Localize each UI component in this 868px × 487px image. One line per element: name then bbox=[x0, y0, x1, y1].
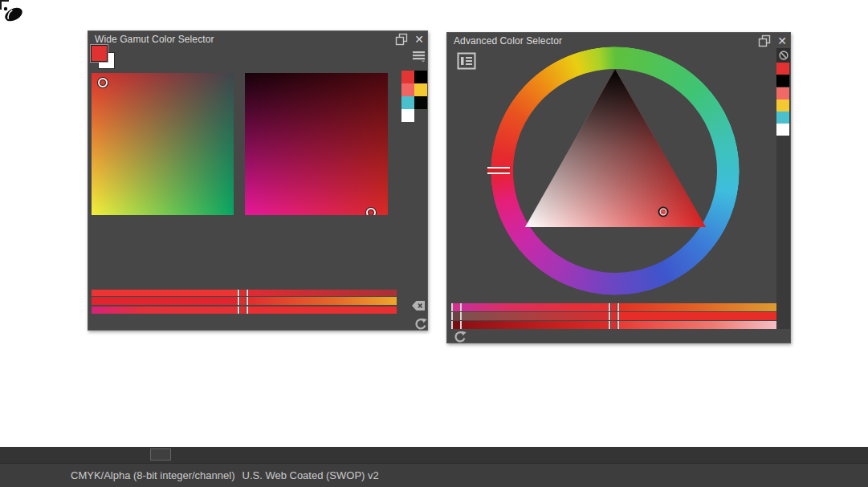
slider-end-swatch[interactable] bbox=[451, 321, 462, 329]
history-swatch[interactable] bbox=[401, 71, 414, 83]
slider-gradient bbox=[462, 321, 609, 329]
color-mode-label: CMYK/Alpha (8-bit integer/channel) bbox=[71, 469, 235, 481]
slider-gradient bbox=[619, 312, 776, 320]
gamut-mask-off-button[interactable] bbox=[776, 48, 790, 63]
slider-marker[interactable] bbox=[609, 312, 619, 320]
slider-gradient bbox=[619, 303, 776, 311]
history-swatch[interactable] bbox=[776, 75, 789, 87]
hue-ring-marker[interactable] bbox=[487, 167, 510, 174]
float-icon bbox=[758, 34, 771, 47]
slider-gradient bbox=[462, 312, 609, 320]
panel-title: Wide Gamut Color Selector bbox=[95, 34, 214, 45]
history-swatch[interactable] bbox=[401, 96, 414, 109]
hamburger-menu-icon bbox=[412, 51, 426, 63]
slider-gradient bbox=[248, 290, 397, 296]
history-swatch[interactable] bbox=[776, 112, 789, 124]
right-toolbar-column bbox=[776, 48, 790, 329]
float-panel-button[interactable] bbox=[758, 34, 771, 47]
color-square-magenta-red[interactable] bbox=[245, 73, 388, 215]
update-shades-button[interactable] bbox=[414, 318, 427, 331]
shade-slider-2[interactable] bbox=[451, 312, 776, 320]
slider-gradient bbox=[92, 297, 238, 305]
shade-slider-3[interactable] bbox=[451, 321, 776, 329]
history-swatch[interactable] bbox=[414, 71, 427, 83]
close-panel-button[interactable]: ✕ bbox=[413, 33, 426, 46]
close-panel-button[interactable]: ✕ bbox=[776, 34, 789, 47]
color-square-red-green[interactable] bbox=[92, 73, 234, 215]
shade-slider-2[interactable] bbox=[92, 297, 397, 305]
advanced-color-selector-panel: Advanced Color Selector ✕ bbox=[446, 32, 791, 343]
history-swatch[interactable] bbox=[414, 83, 427, 96]
float-icon bbox=[395, 33, 408, 46]
close-icon: ✕ bbox=[777, 34, 787, 47]
slider-gradient bbox=[619, 321, 776, 329]
docker-menu-button[interactable] bbox=[412, 51, 426, 63]
status-bar: CMYK/Alpha (8-bit integer/channel) U.S. … bbox=[0, 463, 868, 487]
prohibition-icon bbox=[778, 50, 789, 61]
history-swatch[interactable] bbox=[776, 63, 789, 75]
slider-end-swatch[interactable] bbox=[451, 312, 462, 320]
scrollbar-thumb[interactable] bbox=[150, 448, 171, 461]
shade-slider-1[interactable] bbox=[451, 303, 776, 311]
history-swatch[interactable] bbox=[401, 109, 414, 122]
slider-gradient bbox=[248, 297, 397, 305]
slider-gradient bbox=[92, 306, 238, 314]
slider-gradient bbox=[462, 303, 609, 311]
shade-slider-1[interactable] bbox=[92, 290, 397, 296]
selector-settings-button[interactable] bbox=[457, 52, 476, 70]
color-profile-label: U.S. Web Coated (SWOP) v2 bbox=[242, 469, 379, 481]
history-swatch[interactable] bbox=[776, 87, 789, 99]
refresh-icon bbox=[454, 331, 467, 343]
refresh-icon bbox=[414, 318, 427, 331]
slider-marker[interactable] bbox=[609, 321, 619, 329]
float-panel-button[interactable] bbox=[395, 33, 408, 46]
slider-marker[interactable] bbox=[238, 297, 248, 305]
color-history-palette bbox=[401, 71, 427, 122]
history-swatch[interactable] bbox=[401, 83, 414, 96]
backspace-clear-icon bbox=[411, 299, 426, 312]
slider-gradient bbox=[92, 290, 238, 296]
foreground-background-swatch[interactable] bbox=[90, 45, 116, 69]
list-settings-icon bbox=[457, 52, 476, 70]
update-shades-button[interactable] bbox=[454, 331, 467, 343]
history-swatch[interactable] bbox=[776, 99, 789, 112]
history-swatch[interactable] bbox=[414, 96, 427, 109]
slider-marker[interactable] bbox=[238, 306, 248, 314]
slider-end-swatch[interactable] bbox=[451, 303, 462, 311]
color-square-cursor[interactable] bbox=[366, 208, 376, 215]
shade-slider-3[interactable] bbox=[92, 306, 397, 314]
history-swatch[interactable] bbox=[776, 124, 789, 136]
horizontal-scrollbar[interactable] bbox=[0, 447, 868, 463]
slider-gradient bbox=[248, 306, 397, 314]
close-icon: ✕ bbox=[414, 33, 424, 46]
wide-gamut-color-selector-panel: Wide Gamut Color Selector ✕ bbox=[88, 30, 428, 331]
foreground-color-swatch bbox=[91, 45, 108, 62]
slider-marker[interactable] bbox=[238, 290, 248, 296]
saturation-value-triangle[interactable] bbox=[491, 47, 740, 295]
brush-cursor-icon bbox=[0, 0, 27, 27]
slider-marker[interactable] bbox=[609, 303, 619, 311]
color-square-cursor[interactable] bbox=[98, 78, 108, 87]
panel-title: Advanced Color Selector bbox=[454, 35, 562, 47]
clear-history-button[interactable] bbox=[411, 299, 426, 312]
